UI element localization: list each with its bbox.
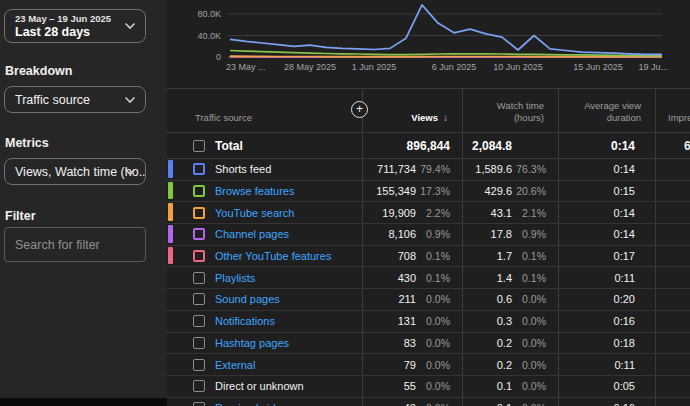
total-checkbox[interactable] bbox=[193, 140, 205, 152]
x-axis-label: 10 Jun 2025 bbox=[493, 62, 543, 72]
watch-time-percent: 2.1% bbox=[512, 207, 558, 219]
traffic-source-name[interactable]: Channel pages bbox=[215, 228, 289, 240]
sort-desc-icon[interactable]: ↓ bbox=[443, 112, 448, 125]
watch-time-percent: 0.0% bbox=[512, 337, 558, 349]
row-checkbox[interactable] bbox=[193, 163, 205, 175]
total-impressions-partial: 6 bbox=[684, 139, 690, 153]
traffic-source-name[interactable]: Browse features bbox=[215, 185, 294, 197]
table-row: Remixed video430.0%0.10.0%0:16 bbox=[167, 398, 690, 406]
watch-time-percent: 0.1% bbox=[512, 272, 558, 284]
watch-time-value: 43.1 bbox=[462, 207, 512, 219]
row-checkbox[interactable] bbox=[193, 380, 205, 392]
avg-duration-value: 0:05 bbox=[558, 380, 655, 392]
views-value: 83 bbox=[362, 337, 416, 349]
views-percent: 79.4% bbox=[416, 163, 462, 175]
traffic-source-name[interactable]: YouTube search bbox=[215, 207, 294, 219]
views-value: 131 bbox=[362, 315, 416, 327]
column-header-watch-time[interactable]: Watch time (hours) bbox=[480, 100, 544, 124]
add-column-button[interactable]: + bbox=[351, 101, 368, 118]
traffic-chart[interactable]: 040.0K80.0K23 May ...28 May 20251 Jun 20… bbox=[167, 0, 690, 82]
table-header: Traffic source Views ↓ Watch time (hours… bbox=[167, 89, 690, 133]
row-checkbox[interactable] bbox=[193, 272, 205, 284]
x-axis-label: 15 Jun 2025 bbox=[573, 62, 623, 72]
table-row: Other YouTube features7080.1%1.70.1%0:17 bbox=[167, 246, 690, 268]
views-percent: 0.0% bbox=[416, 293, 462, 305]
breakdown-dropdown[interactable]: Traffic source bbox=[4, 86, 146, 113]
traffic-source-name[interactable]: Remixed video bbox=[215, 402, 288, 406]
row-checkbox[interactable] bbox=[193, 228, 205, 240]
column-header-avg-duration[interactable]: Average view duration bbox=[577, 100, 641, 124]
views-value: 155,349 bbox=[362, 185, 416, 197]
row-checkbox[interactable] bbox=[193, 359, 205, 371]
avg-duration-value: 0:20 bbox=[558, 293, 655, 305]
row-color-indicator bbox=[168, 247, 173, 265]
impressions-cell bbox=[655, 159, 690, 180]
filter-search-input[interactable] bbox=[4, 227, 146, 262]
traffic-source-name[interactable]: Playlists bbox=[215, 272, 255, 284]
breakdown-label: Breakdown bbox=[5, 64, 72, 78]
traffic-source-name[interactable]: Notifications bbox=[215, 315, 275, 327]
traffic-source-name[interactable]: External bbox=[215, 359, 255, 371]
impressions-cell bbox=[655, 376, 690, 397]
table-row: Direct or unknown550.0%0.10.0%0:05 bbox=[167, 376, 690, 398]
table-row: YouTube search19,9092.2%43.12.1%0:14 bbox=[167, 202, 690, 224]
table-row: Sound pages2110.0%0.60.0%0:20 bbox=[167, 289, 690, 311]
watch-time-percent: 0.0% bbox=[512, 402, 558, 406]
views-percent: 2.2% bbox=[416, 207, 462, 219]
date-range-selector[interactable]: 23 May – 19 Jun 2025 Last 28 days bbox=[4, 9, 146, 43]
row-checkbox[interactable] bbox=[193, 207, 205, 219]
watch-time-value: 1,589.6 bbox=[462, 163, 512, 175]
views-value: 8,106 bbox=[362, 228, 416, 240]
row-checkbox[interactable] bbox=[193, 185, 205, 197]
watch-time-value: 17.8 bbox=[462, 228, 512, 240]
avg-duration-value: 0:14 bbox=[558, 228, 655, 240]
chart-line-youtube-search bbox=[230, 56, 662, 57]
avg-duration-value: 0:18 bbox=[558, 337, 655, 349]
traffic-source-name[interactable]: Other YouTube features bbox=[215, 250, 331, 262]
table-row: Notifications1310.0%0.30.0%0:16 bbox=[167, 311, 690, 333]
impressions-cell bbox=[655, 202, 690, 223]
views-percent: 0.0% bbox=[416, 359, 462, 371]
watch-time-percent: 20.6% bbox=[512, 185, 558, 197]
row-checkbox[interactable] bbox=[193, 293, 205, 305]
column-header-impressions[interactable]: Impressions bbox=[668, 112, 690, 124]
views-value: 708 bbox=[362, 250, 416, 262]
row-checkbox[interactable] bbox=[193, 402, 205, 406]
views-value: 79 bbox=[362, 359, 416, 371]
views-value: 211 bbox=[362, 293, 416, 305]
avg-duration-value: 0:17 bbox=[558, 250, 655, 262]
row-checkbox[interactable] bbox=[193, 315, 205, 327]
watch-time-value: 0.3 bbox=[462, 315, 512, 327]
chevron-down-icon bbox=[124, 96, 136, 104]
y-axis-label: 80.0K bbox=[197, 9, 221, 19]
table-row: Browse features155,34917.3%429.620.6%0:1… bbox=[167, 181, 690, 203]
y-axis-label: 40.0K bbox=[197, 31, 221, 41]
impressions-cell bbox=[655, 181, 690, 202]
x-axis-label: 28 May 2025 bbox=[284, 62, 336, 72]
watch-time-value: 429.6 bbox=[462, 185, 512, 197]
watch-time-percent: 0.0% bbox=[512, 315, 558, 327]
total-watch-time-value: 2,084.8 bbox=[462, 139, 512, 153]
traffic-source-name[interactable]: Sound pages bbox=[215, 293, 280, 305]
row-color-indicator bbox=[168, 225, 173, 243]
watch-time-value: 0.6 bbox=[462, 293, 512, 305]
row-color-indicator bbox=[168, 182, 173, 200]
watch-time-percent: 0.9% bbox=[512, 228, 558, 240]
avg-duration-value: 0:14 bbox=[558, 163, 655, 175]
filter-label: Filter bbox=[5, 209, 36, 223]
column-header-views[interactable]: Views bbox=[411, 112, 438, 124]
metrics-label: Metrics bbox=[5, 136, 49, 150]
row-checkbox[interactable] bbox=[193, 337, 205, 349]
row-color-indicator bbox=[168, 203, 173, 221]
table-row: Shorts feed711,73479.4%1,589.676.3%0:14 bbox=[167, 159, 690, 181]
row-checkbox[interactable] bbox=[193, 250, 205, 262]
traffic-source-name[interactable]: Hashtag pages bbox=[215, 337, 289, 349]
analytics-page: 23 May – 19 Jun 2025 Last 28 days Breakd… bbox=[0, 0, 690, 406]
views-value: 711,734 bbox=[362, 163, 416, 175]
views-percent: 17.3% bbox=[416, 185, 462, 197]
table-row: Playlists4300.1%1.40.1%0:11 bbox=[167, 267, 690, 289]
main-panel: 040.0K80.0K23 May ...28 May 20251 Jun 20… bbox=[167, 0, 690, 406]
column-header-traffic-source[interactable]: Traffic source bbox=[195, 112, 252, 124]
impressions-cell bbox=[655, 311, 690, 332]
metrics-dropdown[interactable]: Views, Watch time (ho... bbox=[4, 158, 146, 185]
